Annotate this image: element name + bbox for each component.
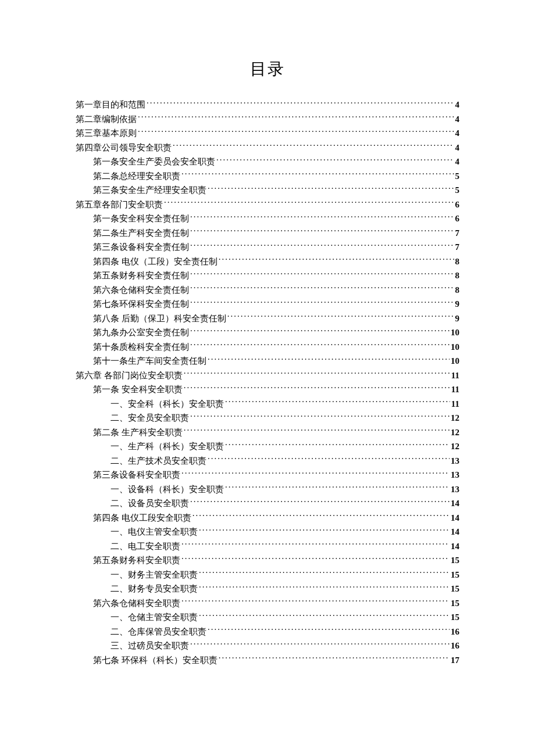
toc-entry-label: 第一条安全生产委员会安全职责 (93, 155, 215, 169)
toc-entry: 二、财务专员安全职责15 (76, 582, 459, 596)
toc-entry-page: 5 (455, 169, 460, 184)
toc-entry-label: 第三条设备科安全责任制 (93, 240, 189, 255)
toc-entry-label: 第七条环保科安全责任制 (93, 297, 189, 311)
toc-entry-page: 14 (451, 496, 459, 511)
toc-entry: 一、安全科（科长）安全职责11 (76, 397, 459, 411)
toc-entry-page: 13 (451, 482, 459, 497)
toc-entry-page: 16 (451, 625, 459, 639)
toc-entry: 第七条 环保科（科长）安全职责17 (76, 653, 459, 668)
toc-entry: 第四条 电仪（工段）安全责任制8 (76, 255, 459, 269)
toc-leader-dots (181, 597, 450, 606)
toc-entry: 一、财务主管安全职责15 (76, 568, 459, 582)
toc-entry-label: 第四条 电仪（工段）安全责任制 (93, 255, 217, 269)
toc-entry: 二、安全员安全职责12 (76, 411, 459, 425)
toc-leader-dots (138, 113, 454, 122)
toc-entry-page: 4 (455, 141, 460, 155)
toc-leader-dots (216, 156, 454, 164)
toc-leader-dots (227, 313, 454, 321)
toc-entry-label: 第一条安全科安全责任制 (93, 212, 189, 226)
toc-entry-page: 6 (455, 212, 460, 226)
toc-entry-page: 12 (451, 411, 459, 425)
toc-entry-label: 一、电仪主管安全职责 (110, 525, 198, 539)
toc-entry: 第一条 安全科安全职责11 (76, 382, 459, 397)
toc-leader-dots (190, 227, 454, 236)
toc-entry-label: 第八条 后勤（保卫）科安全责任制 (93, 311, 226, 326)
toc-entry: 第一章目的和范围4 (76, 98, 459, 112)
toc-entry-page: 4 (455, 126, 460, 141)
toc-entry-label: 第二条生产科安全责任制 (93, 226, 189, 241)
toc-leader-dots (184, 427, 450, 435)
toc-entry-page: 15 (451, 610, 459, 625)
toc-leader-dots (164, 199, 454, 207)
toc-entry-page: 9 (455, 297, 460, 311)
toc-entry-label: 一、安全科（科长）安全职责 (110, 397, 224, 411)
toc-entry-page: 9 (455, 311, 460, 326)
toc-leader-dots (208, 455, 450, 464)
toc-entry: 第五条财务科安全责任制8 (76, 268, 459, 283)
toc-entry-label: 一、财务主管安全职责 (110, 568, 198, 582)
toc-entry-page: 13 (451, 468, 459, 482)
toc-entry-page: 7 (455, 226, 460, 241)
toc-entry: 二、电工安全职责14 (76, 539, 459, 554)
toc-entry-page: 8 (455, 268, 460, 283)
toc-entry-page: 10 (451, 325, 459, 340)
toc-leader-dots (219, 256, 454, 264)
toc-entry-label: 三、过磅员安全职责 (110, 639, 189, 653)
toc-entry-page: 17 (451, 653, 459, 668)
toc-entry-label: 第二条总经理安全职责 (93, 169, 180, 184)
toc-entry-label: 第五条财务科安全责任制 (93, 268, 189, 283)
toc-entry: 第十一条生产车间安全责任制10 (76, 354, 459, 368)
table-of-contents: 第一章目的和范围4第二章编制依据4第三章基本原则4第四章公司领导安全职责4第一条… (76, 98, 459, 667)
toc-entry-page: 16 (451, 639, 459, 653)
toc-entry-label: 第五章各部门安全职责 (76, 198, 163, 212)
toc-leader-dots (190, 213, 454, 221)
toc-entry-label: 二、设备员安全职责 (110, 496, 189, 511)
toc-leader-dots (138, 127, 454, 136)
toc-leader-dots (190, 640, 450, 648)
toc-entry-label: 第三条安全生产经理安全职责 (93, 183, 206, 198)
toc-leader-dots (199, 569, 450, 578)
toc-entry-label: 第四章公司领导安全职责 (76, 141, 172, 155)
toc-entry-page: 15 (451, 553, 459, 568)
toc-leader-dots (190, 497, 450, 506)
toc-leader-dots (184, 370, 450, 378)
toc-leader-dots (190, 341, 450, 350)
toc-entry-label: 第十一条生产车间安全责任制 (93, 354, 206, 368)
toc-entry: 二、设备员安全职责14 (76, 496, 459, 511)
toc-entry: 第五章各部门安全职责6 (76, 198, 459, 212)
toc-leader-dots (173, 142, 454, 151)
toc-entry-label: 第二章编制依据 (76, 112, 137, 127)
toc-leader-dots (225, 483, 450, 492)
toc-entry-label: 第三条设备科安全职责 (93, 468, 180, 482)
toc-entry-label: 二、仓库保管员安全职责 (110, 625, 206, 639)
toc-entry-page: 10 (451, 354, 459, 368)
toc-entry: 一、设备科（科长）安全职责13 (76, 482, 459, 497)
toc-entry: 第三条安全生产经理安全职责5 (76, 183, 459, 198)
toc-entry-page: 11 (451, 397, 459, 411)
toc-entry-page: 7 (455, 240, 460, 255)
toc-entry: 二、生产技术员安全职责13 (76, 454, 459, 468)
toc-entry-label: 第一条 安全科安全职责 (93, 382, 183, 397)
toc-leader-dots (199, 583, 450, 592)
toc-entry-label: 一、生产科（科长）安全职责 (110, 439, 224, 454)
toc-entry: 第三条设备科安全责任制7 (76, 240, 459, 255)
toc-entry: 第二条 生产科安全职责12 (76, 425, 459, 440)
toc-entry-label: 二、安全员安全职责 (110, 411, 189, 425)
toc-entry-label: 第七条 环保科（科长）安全职责 (93, 653, 217, 668)
toc-entry: 第十条质检科安全责任制10 (76, 340, 459, 354)
toc-entry: 第四条 电仪工段安全职责14 (76, 511, 459, 525)
toc-entry: 第二条生产科安全责任制7 (76, 226, 459, 241)
toc-entry-page: 12 (451, 425, 459, 440)
toc-entry-label: 一、仓储主管安全职责 (110, 610, 198, 625)
toc-entry: 一、生产科（科长）安全职责12 (76, 439, 459, 454)
toc-leader-dots (181, 540, 450, 549)
toc-entry: 第一条安全生产委员会安全职责4 (76, 155, 459, 169)
toc-leader-dots (147, 99, 454, 108)
toc-entry-page: 14 (451, 539, 459, 554)
toc-entry-label: 第一章目的和范围 (76, 98, 145, 112)
toc-entry: 第九条办公室安全责任制10 (76, 325, 459, 340)
toc-entry-page: 4 (455, 112, 460, 127)
toc-entry-page: 8 (455, 283, 460, 298)
toc-entry-label: 第十条质检科安全责任制 (93, 340, 189, 354)
toc-entry-page: 10 (451, 340, 459, 354)
